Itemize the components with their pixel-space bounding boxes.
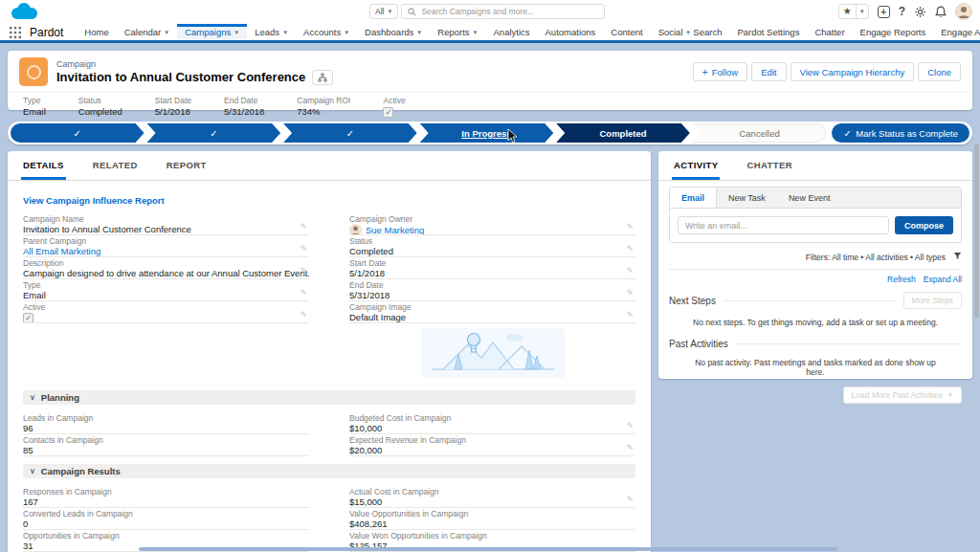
vertical-scrollbar-thumb[interactable] xyxy=(974,144,979,318)
chevron-down-icon: ▼ xyxy=(387,9,392,14)
campaign-hierarchy-icon-button[interactable] xyxy=(312,70,333,85)
nav-item-chatter[interactable]: Chatter xyxy=(807,24,852,40)
summary-label: Start Date xyxy=(155,96,191,106)
edit-pencil-icon[interactable]: ✎ xyxy=(626,421,634,431)
nav-item-content[interactable]: Content xyxy=(603,24,650,40)
tab-details[interactable]: DETAILS xyxy=(21,151,66,180)
mark-status-complete-button[interactable]: ✓ Mark Status as Complete xyxy=(832,123,969,143)
check-icon: ✓ xyxy=(386,108,392,117)
nav-item-campaigns[interactable]: Campaigns▼ xyxy=(177,24,247,40)
nav-item-reports[interactable]: Reports▼ xyxy=(430,24,485,40)
view-campaign-hierarchy-button[interactable]: View Campaign Hierarchy xyxy=(791,62,915,81)
parent-campaign-link[interactable]: All Email Marketing xyxy=(23,246,309,257)
write-email-input[interactable] xyxy=(678,216,889,234)
app-launcher-icon[interactable] xyxy=(0,24,28,40)
follow-button[interactable]: +Follow xyxy=(693,62,747,81)
tab-chatter[interactable]: CHATTER xyxy=(745,151,793,180)
edit-pencil-icon[interactable]: ✎ xyxy=(300,244,307,254)
nav-item-dashboards[interactable]: Dashboards▼ xyxy=(357,24,430,40)
edit-pencil-icon[interactable]: ✎ xyxy=(626,266,634,276)
edit-button[interactable]: Edit xyxy=(751,62,786,81)
path-step-3-complete[interactable]: ✓ xyxy=(283,123,417,143)
tab-related[interactable]: RELATED xyxy=(91,151,140,180)
check-icon: ✓ xyxy=(843,128,851,139)
path-step-in-progress[interactable]: In Progress xyxy=(420,123,554,143)
edit-pencil-icon[interactable]: ✎ xyxy=(626,222,634,232)
path-step-2-complete[interactable]: ✓ xyxy=(147,123,281,143)
nav-item-engage-alerts[interactable]: Engage Alerts xyxy=(933,24,980,40)
field-status: Status Completed ✎ xyxy=(349,235,635,257)
edit-pencil-icon[interactable]: ✎ xyxy=(300,288,307,298)
favorites-control[interactable]: ★ ▼ xyxy=(838,4,869,19)
check-icon: ✓ xyxy=(210,128,217,139)
chevron-down-icon: ∨ xyxy=(30,467,35,475)
nav-item-automations[interactable]: Automations xyxy=(538,24,604,40)
app-navigation-bar: Pardot Home Calendar▼ Campaigns▼ Leads▼ … xyxy=(0,24,980,43)
edit-pencil-icon[interactable]: ✎ xyxy=(626,310,634,320)
setup-gear-icon[interactable] xyxy=(914,6,926,18)
summary-value: Completed xyxy=(78,106,122,118)
summary-label: End Date xyxy=(224,96,264,106)
refresh-link[interactable]: Refresh xyxy=(887,275,916,284)
nav-item-analytics[interactable]: Analytics xyxy=(486,24,538,40)
edit-pencil-icon[interactable]: ✎ xyxy=(626,443,634,453)
edit-pencil-icon[interactable]: ✎ xyxy=(300,310,307,320)
composer-tab-new-task[interactable]: New Task xyxy=(717,188,777,208)
more-steps-button[interactable]: More Steps xyxy=(903,292,962,309)
search-scope-label: All xyxy=(375,7,384,16)
section-header-planning[interactable]: ∨ Planning xyxy=(23,390,635,405)
global-actions-icon[interactable]: + xyxy=(878,6,890,18)
edit-pencil-icon[interactable]: ✎ xyxy=(626,288,634,298)
field-leads-in-campaign: Leads in Campaign 96 xyxy=(23,412,309,434)
filter-funnel-icon[interactable] xyxy=(953,252,962,262)
favorites-dropdown-icon[interactable]: ▼ xyxy=(856,5,868,18)
nav-item-leads[interactable]: Leads▼ xyxy=(247,24,296,40)
edit-pencil-icon[interactable]: ✎ xyxy=(300,266,307,276)
search-input[interactable] xyxy=(421,7,598,16)
composer-tab-email[interactable]: Email xyxy=(670,188,717,208)
path-step-cancelled[interactable]: Cancelled xyxy=(693,123,827,143)
tab-activity[interactable]: ACTIVITY xyxy=(672,151,720,180)
path-step-completed-current[interactable]: Completed xyxy=(556,123,690,143)
path-step-1-complete[interactable]: ✓ xyxy=(11,123,145,143)
active-checkbox[interactable]: ✓ xyxy=(383,107,393,118)
expand-all-link[interactable]: Expand All xyxy=(924,275,962,284)
nav-item-accounts[interactable]: Accounts▼ xyxy=(296,24,357,40)
composer-tab-new-event[interactable]: New Event xyxy=(777,188,842,208)
help-icon[interactable]: ? xyxy=(899,5,905,18)
view-campaign-influence-report-link[interactable]: View Campaign Influence Report xyxy=(23,195,165,206)
field-type: Type Email ✎ xyxy=(23,279,309,301)
details-tabset: DETAILS RELATED REPORT xyxy=(8,151,651,181)
record-action-buttons: +Follow Edit View Campaign Hierarchy Clo… xyxy=(693,62,961,81)
nav-item-social-search[interactable]: Social + Search xyxy=(651,24,730,40)
section-header-campaign-results[interactable]: ∨ Campaign Results xyxy=(23,464,635,478)
summary-value: Email xyxy=(23,106,46,118)
tab-report[interactable]: REPORT xyxy=(165,151,209,180)
global-search: All ▼ xyxy=(369,4,605,19)
activity-filters-text: Filters: All time • All activities • All… xyxy=(806,253,946,262)
clone-button[interactable]: Clone xyxy=(918,62,961,81)
horizontal-scrollbar-thumb[interactable] xyxy=(139,547,837,551)
notifications-bell-icon[interactable] xyxy=(935,6,947,18)
nav-item-engage-reports[interactable]: Engage Reports xyxy=(853,24,934,40)
summary-label: Type xyxy=(23,96,46,106)
edit-pencil-icon[interactable]: ✎ xyxy=(300,222,307,232)
nav-item-pardot-settings[interactable]: Pardot Settings xyxy=(729,24,807,40)
compose-button[interactable]: Compose xyxy=(895,216,953,234)
next-steps-section: Next Steps More Steps xyxy=(669,292,962,309)
user-avatar[interactable] xyxy=(955,3,972,20)
edit-pencil-icon[interactable]: ✎ xyxy=(626,495,634,504)
edit-pencil-icon[interactable]: ✎ xyxy=(626,244,634,254)
search-scope-dropdown[interactable]: All ▼ xyxy=(369,4,398,19)
campaign-object-icon xyxy=(19,57,48,86)
nav-item-home[interactable]: Home xyxy=(77,24,116,40)
nav-item-calendar[interactable]: Calendar▼ xyxy=(117,24,178,40)
campaign-image-row xyxy=(23,323,635,383)
field-campaign-owner: Campaign Owner Sue Marketing ✎ xyxy=(349,213,635,235)
owner-link[interactable]: Sue Marketing xyxy=(366,225,424,236)
load-more-past-activities-button[interactable]: Load More Past Activities ▼ xyxy=(843,386,962,404)
field-active: Active ✓ ✎ xyxy=(23,301,309,323)
active-checkbox[interactable]: ✓ xyxy=(23,313,33,323)
field-end-date: End Date 5/31/2018 ✎ xyxy=(349,279,635,301)
favorites-star-icon[interactable]: ★ xyxy=(839,5,856,18)
